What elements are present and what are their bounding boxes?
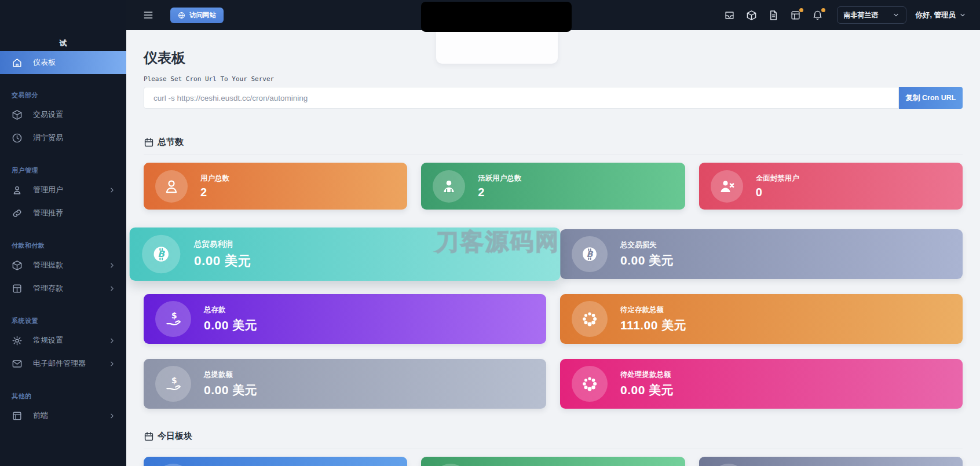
- sidebar-item-0[interactable]: 仪表板: [0, 51, 126, 74]
- bitcoin-icon: B: [142, 235, 180, 273]
- notification-badge: [799, 8, 803, 12]
- chevron-right-icon: [108, 262, 116, 269]
- stat-label: 总贸易利润: [194, 239, 251, 249]
- user-menu[interactable]: 你好, 管理员: [916, 10, 966, 20]
- stat-card: 待定存款总额111.00 美元: [560, 294, 963, 344]
- stat-card: $总提款额0.00 美元: [144, 359, 546, 409]
- section-heading-label: 今日板块: [158, 431, 192, 442]
- stat-label: 总提款额: [204, 370, 257, 380]
- sidebar-item-label: 管理存款: [33, 283, 63, 293]
- stat-label: 活跃用户总数: [478, 174, 521, 184]
- sidebar-item-11[interactable]: 常规设置: [0, 329, 126, 352]
- cron-url-input[interactable]: [144, 87, 899, 109]
- gear-icon: [12, 335, 23, 346]
- stat-value: 0.00 美元: [620, 252, 674, 269]
- user-filled-icon: [433, 170, 465, 203]
- bell-icon[interactable]: [807, 4, 829, 26]
- visit-site-label: 访问网站: [189, 11, 216, 20]
- table-icon[interactable]: [785, 4, 807, 26]
- stat-label: 待处理提款总额: [620, 370, 674, 380]
- stat-value: 0: [756, 186, 799, 199]
- mail-icon: [12, 358, 23, 369]
- chevron-right-icon: [108, 186, 116, 194]
- visit-site-button[interactable]: 访问网站: [170, 8, 224, 23]
- layout-icon: [12, 410, 23, 421]
- sidebar-item-14[interactable]: 前端: [0, 404, 126, 427]
- stat-label: 用户总数: [200, 174, 229, 184]
- sidebar-item-label: 前端: [33, 410, 48, 421]
- calendar-icon: [144, 137, 154, 148]
- sidebar-item-8[interactable]: 管理提款: [0, 254, 126, 277]
- chevron-right-icon: [108, 412, 116, 420]
- sidebar-nav: 仪表板交易部分交易设置润宁贸易用户管理管理用户管理推荐付款和付款管理提款管理存款…: [0, 51, 126, 427]
- sidebar-item-label: 润宁贸易: [33, 133, 63, 143]
- stat-icon: [155, 464, 191, 466]
- language-select[interactable]: 南非荷兰语: [837, 6, 906, 24]
- clock-icon: [12, 133, 23, 144]
- cube-icon: [12, 260, 23, 271]
- globe-icon: [178, 12, 185, 19]
- stat-value: 0.00 美元: [194, 252, 251, 269]
- sidebar-item-label: 电子邮件管理器: [33, 358, 86, 369]
- stat-card: 用户总数2: [144, 163, 407, 210]
- sidebar-item-12[interactable]: 电子邮件管理器: [0, 352, 126, 375]
- divider: [144, 449, 963, 449]
- menu-toggle-icon[interactable]: [142, 9, 154, 21]
- stat-value: 0.00 美元: [204, 382, 257, 398]
- stat-card: 活跃用户总数2: [421, 163, 685, 210]
- copy-cron-url-button[interactable]: 复制 Cron URL: [899, 87, 963, 109]
- sidebar-section-label: 交易部分: [0, 89, 126, 101]
- section-heading-overview: 总节数: [144, 137, 963, 148]
- stat-icon: [433, 464, 469, 466]
- stat-label: 全面封禁用户: [756, 174, 799, 184]
- sidebar: 试 仪表板交易部分交易设置润宁贸易用户管理管理用户管理推荐付款和付款管理提款管理…: [0, 0, 126, 466]
- stat-card: B总交易损失0.00 美元: [560, 229, 963, 279]
- divider: [144, 155, 963, 155]
- user-icon: [12, 185, 23, 196]
- stat-card: [421, 457, 685, 466]
- stat-label: 待定存款总额: [620, 305, 686, 315]
- chevron-down-icon: [959, 12, 966, 19]
- home-icon: [12, 57, 23, 68]
- sidebar-item-5[interactable]: 管理用户: [0, 178, 126, 201]
- inbox-icon[interactable]: [719, 4, 741, 26]
- svg-text:$: $: [171, 311, 177, 320]
- table-icon: [12, 283, 23, 294]
- stat-value: 2: [478, 186, 521, 199]
- stat-icon: [711, 464, 747, 466]
- user-greeting: 你好, 管理员: [916, 10, 956, 20]
- svg-text:B: B: [587, 249, 594, 259]
- sidebar-item-3[interactable]: 润宁贸易: [0, 126, 126, 149]
- hand-dollar-icon: $: [155, 366, 191, 402]
- sidebar-item-6[interactable]: 管理推荐: [0, 201, 126, 225]
- chevron-down-icon: [893, 12, 899, 19]
- package-icon[interactable]: [741, 4, 763, 26]
- main-content: 仪表板 Please Set Cron Url To Your Server 复…: [126, 30, 980, 466]
- spinner-icon: [572, 366, 608, 402]
- section-heading-label: 总节数: [158, 137, 184, 148]
- stat-card: B总贸易利润0.00 美元: [130, 228, 561, 281]
- notification-badge: [821, 8, 825, 12]
- calendar-icon: [144, 431, 154, 442]
- cron-note: Please Set Cron Url To Your Server: [144, 75, 963, 83]
- section-heading-today: 今日板块: [144, 431, 963, 442]
- svg-text:B: B: [158, 249, 165, 259]
- redaction-overlay-white: [436, 32, 558, 64]
- sidebar-item-label: 管理提款: [33, 260, 63, 270]
- stat-value: 0.00 美元: [204, 317, 257, 333]
- chevron-right-icon: [108, 285, 116, 292]
- stat-card: [144, 457, 407, 466]
- user-x-icon: [711, 170, 743, 203]
- stat-label: 总交易损失: [620, 240, 674, 250]
- document-icon[interactable]: [763, 4, 785, 26]
- sidebar-item-label: 管理用户: [33, 185, 63, 195]
- svg-text:$: $: [171, 376, 177, 385]
- sidebar-item-label: 常规设置: [33, 335, 63, 346]
- redaction-overlay-black: [421, 2, 572, 32]
- cube-icon: [12, 109, 23, 120]
- sidebar-item-9[interactable]: 管理存款: [0, 277, 126, 300]
- link-icon: [12, 208, 23, 219]
- sidebar-item-2[interactable]: 交易设置: [0, 103, 126, 126]
- stat-card: 待处理提款总额0.00 美元: [560, 359, 963, 409]
- chevron-right-icon: [108, 337, 116, 344]
